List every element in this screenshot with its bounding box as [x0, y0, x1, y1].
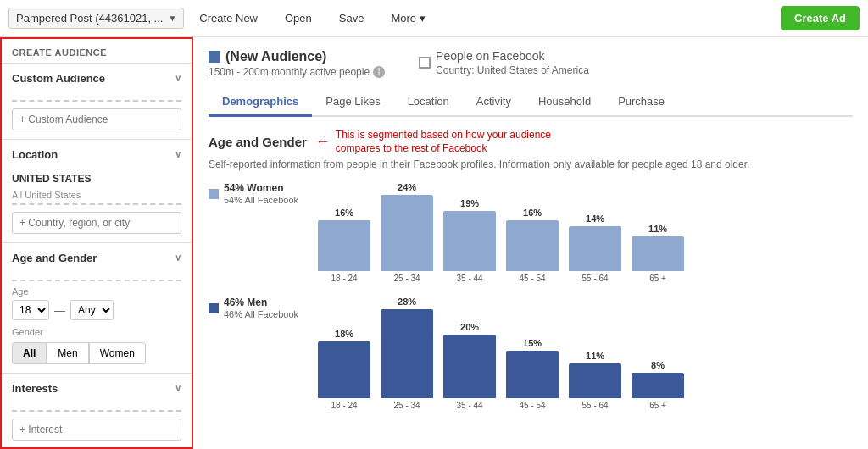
bar-rect [632, 236, 684, 271]
sidebar-section-location: Location ∨ UNITED STATES All United Stat… [2, 139, 192, 242]
location-divider [12, 203, 181, 205]
bar-group: 18%18 - 24 [315, 329, 373, 410]
tab-activity[interactable]: Activity [463, 88, 525, 117]
tab-household[interactable]: Household [525, 88, 604, 117]
location-header[interactable]: Location ∨ [2, 140, 192, 169]
sidebar-section-age-gender: Age and Gender ∨ Age 18 — Any Gender A [2, 242, 192, 373]
bar-group: 16%18 - 24 [315, 208, 373, 283]
more-chevron-icon: ▾ [420, 12, 426, 25]
gender-men-button[interactable]: Men [47, 342, 88, 364]
age-max-select[interactable]: Any [70, 300, 114, 320]
men-sub: 46% All Facebook [224, 309, 298, 319]
bar-rect [506, 220, 559, 271]
bar-rect [632, 373, 684, 398]
gender-label: Gender [12, 327, 181, 337]
account-selector[interactable]: Pampered Post (44361021, ... ▼ [8, 8, 184, 29]
tab-location[interactable]: Location [394, 88, 463, 117]
main-layout: CREATE AUDIENCE Custom Audience ∨ Locati… [0, 37, 868, 449]
bar-label-top: 20% [460, 322, 479, 332]
demographics-title: Age and Gender [209, 135, 307, 149]
custom-audience-input[interactable] [12, 108, 181, 130]
gender-women-button[interactable]: Women [89, 342, 146, 364]
women-bars-inner: 16%18 - 2424%25 - 3419%35 - 4416%45 - 54… [315, 182, 687, 283]
custom-audience-body [2, 93, 192, 139]
bar-label-bottom: 55 - 64 [581, 401, 608, 410]
account-chevron-icon: ▼ [168, 14, 176, 23]
bar-rect [381, 309, 433, 398]
tab-purchase[interactable]: Purchase [604, 88, 678, 117]
bar-rect [443, 211, 496, 271]
men-legend: 46% Men 46% All Facebook [209, 297, 298, 326]
custom-audience-header[interactable]: Custom Audience ∨ [2, 64, 192, 93]
bar-group: 11%55 - 64 [566, 351, 624, 410]
bar-label-top: 28% [398, 297, 416, 307]
more-button[interactable]: More ▾ [379, 7, 437, 30]
age-gender-header[interactable]: Age and Gender ∨ [2, 243, 192, 273]
save-button[interactable]: Save [327, 7, 376, 30]
bar-label-bottom: 45 - 54 [519, 274, 545, 283]
women-bars: 16%18 - 2424%25 - 3419%35 - 4416%45 - 54… [315, 182, 687, 283]
account-name: Pampered Post (44361021, ... [16, 12, 163, 25]
location-body: UNITED STATES All United States [2, 169, 192, 242]
audience-square-icon [209, 51, 220, 63]
age-gender-chevron-icon: ∨ [175, 252, 181, 263]
tab-page-likes[interactable]: Page Likes [312, 88, 393, 117]
location-sublabel2: All United States [12, 190, 181, 200]
sidebar-title: CREATE AUDIENCE [2, 39, 192, 63]
section-title-row: Age and Gender ← This is segmented based… [209, 129, 853, 155]
men-pct: 46% Men [224, 297, 298, 308]
bar-label-top: 11% [648, 224, 667, 234]
bar-group: 20%35 - 44 [441, 322, 498, 410]
red-arrow-icon: ← [315, 133, 331, 151]
interests-body [2, 403, 192, 449]
bar-label-top: 18% [335, 329, 353, 339]
men-bars-inner: 18%18 - 2428%25 - 3420%35 - 4415%45 - 54… [315, 297, 687, 410]
bar-label-bottom: 35 - 44 [456, 274, 482, 283]
bar-label-bottom: 18 - 24 [331, 274, 357, 283]
location-country: UNITED STATES [12, 173, 181, 185]
interests-header[interactable]: Interests ∨ [2, 374, 192, 403]
men-chart: 46% Men 46% All Facebook 18%18 - 2428%25… [209, 297, 853, 410]
bar-rect [318, 341, 370, 398]
bar-label-top: 14% [586, 213, 604, 224]
location-input[interactable] [12, 212, 181, 234]
men-legend-square [209, 303, 219, 313]
women-legend-square [209, 189, 219, 199]
women-pct: 54% Women [224, 182, 298, 194]
men-bars: 18%18 - 2428%25 - 3420%35 - 4415%45 - 54… [315, 297, 687, 410]
bar-label-top: 24% [398, 182, 416, 192]
gender-all-button[interactable]: All [12, 342, 47, 364]
bar-label-top: 16% [335, 208, 353, 218]
bar-label-bottom: 65 + [649, 401, 666, 410]
content-area: (New Audience) 150m - 200m monthly activ… [193, 37, 868, 449]
bar-rect [506, 351, 559, 398]
gender-row: All Men Women [12, 342, 181, 364]
tabs-bar: Demographics Page Likes Location Activit… [209, 88, 853, 117]
location-label: Location [12, 148, 58, 161]
section-subtitle: Self-reported information from people in… [209, 158, 853, 170]
tab-demographics[interactable]: Demographics [209, 88, 312, 117]
age-min-select[interactable]: 18 [12, 300, 49, 320]
demographics-content: Age and Gender ← This is segmented based… [209, 129, 853, 410]
women-legend: 54% Women 54% All Facebook [209, 182, 298, 212]
custom-audience-divider [12, 100, 181, 102]
annotation-text: This is segmented based on how your audi… [336, 129, 556, 155]
audience-info-icon[interactable]: i [373, 66, 385, 78]
open-button[interactable]: Open [273, 7, 324, 30]
bar-group: 8%65 + [629, 360, 687, 410]
audience-name-row: (New Audience) [209, 49, 385, 64]
bar-rect [569, 226, 621, 271]
create-ad-button[interactable]: Create Ad [781, 6, 860, 30]
audience-header: (New Audience) 150m - 200m monthly activ… [209, 49, 853, 78]
bar-label-top: 19% [460, 198, 479, 208]
bar-label-top: 8% [651, 360, 665, 370]
location-chevron-icon: ∨ [175, 149, 181, 160]
create-new-button[interactable]: Create New [187, 7, 270, 30]
bar-group: 15%45 - 54 [504, 338, 561, 410]
age-dash: — [54, 304, 65, 317]
interests-divider [12, 410, 181, 412]
interests-input[interactable] [12, 419, 181, 441]
bar-group: 14%55 - 64 [566, 213, 624, 283]
bar-group: 19%35 - 44 [441, 198, 498, 283]
custom-audience-label: Custom Audience [12, 72, 105, 85]
